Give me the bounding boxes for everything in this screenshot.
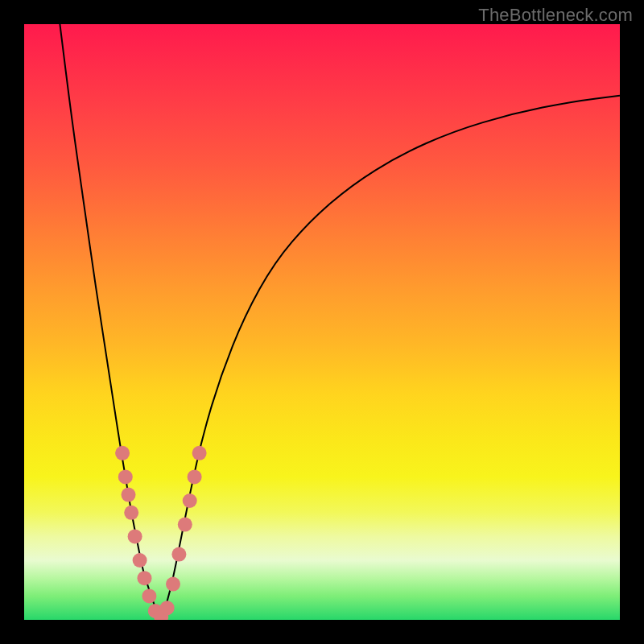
watermark-text: TheBottleneck.com — [478, 5, 633, 26]
bead-marker — [188, 469, 202, 484]
curve-right-arm — [161, 96, 620, 620]
chart-frame: TheBottleneck.com — [0, 0, 644, 644]
bead-marker — [192, 446, 207, 460]
bead-marker — [122, 488, 136, 502]
bead-marker — [128, 529, 142, 543]
bead-marker — [142, 588, 156, 603]
bead-marker — [166, 577, 180, 592]
bead-group — [115, 446, 207, 620]
bead-marker — [138, 571, 152, 585]
bead-marker — [160, 601, 175, 615]
bead-marker — [118, 469, 133, 484]
curve-group — [60, 24, 620, 620]
bead-marker — [133, 553, 147, 568]
chart-svg — [24, 24, 620, 620]
bead-marker — [178, 518, 192, 532]
plot-area — [24, 24, 620, 620]
bead-marker — [183, 493, 197, 508]
bead-marker — [171, 547, 186, 562]
bead-marker — [124, 506, 138, 520]
curve-left-arm — [60, 24, 161, 620]
bead-marker — [115, 446, 130, 460]
